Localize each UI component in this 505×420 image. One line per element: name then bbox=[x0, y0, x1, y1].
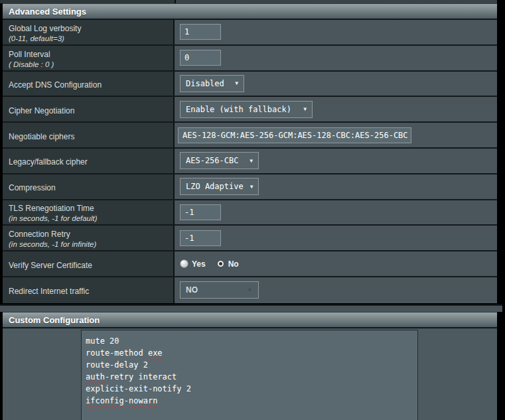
negotiable-ciphers-input[interactable] bbox=[178, 127, 411, 143]
row-note: (0-11, default=3) bbox=[9, 34, 168, 44]
legacy-cipher-select[interactable]: AES-256-CBC ▼ bbox=[180, 152, 259, 169]
row-label: Compression bbox=[9, 183, 168, 193]
row-note: (in seconds, -1 for default) bbox=[9, 214, 168, 224]
row-verify-server-cert: Verify Server Certificate Yes No bbox=[3, 251, 497, 277]
row-legacy-cipher: Legacy/fallback cipher AES-256-CBC ▼ bbox=[3, 149, 497, 175]
row-accept-dns: Accept DNS Configuration Disabled ▼ bbox=[3, 72, 497, 98]
poll-interval-input[interactable] bbox=[180, 50, 221, 66]
row-label: Negotiable ciphers bbox=[9, 132, 168, 142]
accept-dns-select[interactable]: Disabled ▼ bbox=[180, 75, 244, 92]
verify-cert-no-radio[interactable]: No bbox=[216, 259, 239, 269]
row-label: TLS Renegotiation Time bbox=[9, 204, 168, 214]
verify-cert-radio-group: Yes No bbox=[180, 259, 246, 269]
chevron-down-icon: ▼ bbox=[247, 287, 253, 293]
radio-icon bbox=[216, 259, 225, 268]
tls-renegotiation-input[interactable] bbox=[180, 204, 221, 220]
row-tls-renegotiation: TLS Renegotiation Time (in seconds, -1 f… bbox=[3, 200, 497, 226]
redirect-traffic-select[interactable]: NO ▼ bbox=[180, 281, 259, 299]
row-label: Redirect Internet traffic bbox=[9, 287, 168, 297]
verify-cert-yes-radio[interactable]: Yes bbox=[180, 259, 206, 269]
section-title: Advanced Settings bbox=[9, 7, 86, 17]
page: Advanced Settings Global Log verbosity (… bbox=[0, 0, 505, 420]
row-poll-interval: Poll Interval ( Disable : 0 ) bbox=[3, 46, 497, 72]
section-title: Custom Configuration bbox=[9, 315, 100, 325]
custom-configuration-table: Custom Configuration mute 20route-method… bbox=[0, 312, 497, 420]
row-label: Connection Retry bbox=[9, 230, 168, 240]
log-verbosity-input[interactable] bbox=[180, 24, 221, 40]
row-compression: Compression LZO Adaptive ▼ bbox=[3, 175, 497, 200]
chevron-down-icon: ▼ bbox=[235, 80, 238, 86]
custom-configuration-header: Custom Configuration bbox=[3, 312, 497, 328]
row-note: (in seconds, -1 for infinite) bbox=[9, 240, 168, 249]
row-label: Poll Interval bbox=[9, 50, 168, 60]
compression-select[interactable]: LZO Adaptive ▼ bbox=[180, 178, 259, 195]
advanced-settings-header: Advanced Settings bbox=[3, 3, 497, 20]
cipher-negotiation-select[interactable]: Enable (with fallback) ▼ bbox=[180, 101, 313, 118]
row-note: ( Disable : 0 ) bbox=[9, 60, 168, 70]
row-label: Global Log verbosity bbox=[9, 24, 168, 34]
row-connection-retry: Connection Retry (in seconds, -1 for inf… bbox=[3, 226, 497, 251]
chevron-down-icon: ▼ bbox=[250, 184, 253, 190]
custom-config-textarea[interactable]: mute 20route-method exeroute-delay 2auth… bbox=[81, 330, 418, 420]
radio-icon bbox=[180, 259, 188, 268]
row-cipher-negotiation: Cipher Negotiation Enable (with fallback… bbox=[3, 97, 497, 123]
row-label: Cipher Negotiation bbox=[9, 106, 168, 116]
table-gap bbox=[0, 305, 502, 312]
row-global-log-verbosity: Global Log verbosity (0-11, default=3) bbox=[3, 20, 497, 46]
chevron-down-icon: ▼ bbox=[303, 106, 307, 112]
custom-configuration-row: mute 20route-method exeroute-delay 2auth… bbox=[3, 328, 497, 420]
row-label: Verify Server Certificate bbox=[9, 261, 168, 271]
row-negotiable-ciphers: Negotiable ciphers bbox=[3, 123, 497, 149]
advanced-settings-table: Advanced Settings Global Log verbosity (… bbox=[0, 3, 497, 303]
row-label: Accept DNS Configuration bbox=[9, 80, 168, 90]
row-label: Legacy/fallback cipher bbox=[9, 157, 168, 167]
chevron-down-icon: ▼ bbox=[250, 158, 253, 164]
row-redirect-traffic: Redirect Internet traffic NO ▼ bbox=[3, 277, 497, 303]
connection-retry-input[interactable] bbox=[180, 230, 221, 246]
